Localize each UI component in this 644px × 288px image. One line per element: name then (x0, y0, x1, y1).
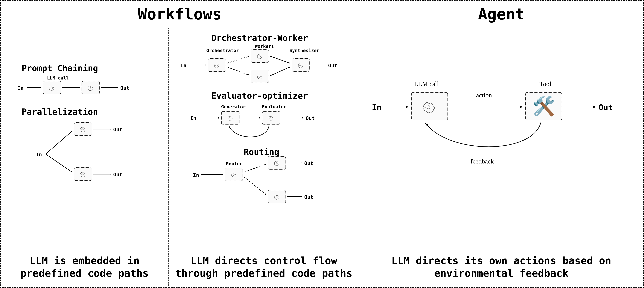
label-evaluator: Evaluator (262, 104, 286, 109)
tools-icon: 🛠️ (532, 97, 555, 115)
node-evaluator (262, 111, 280, 124)
label-action: action (476, 91, 492, 99)
title-prompt-chaining: Prompt Chaining (22, 63, 98, 73)
node-agent-tool: 🛠️ (526, 92, 562, 120)
brain-icon (267, 114, 276, 121)
label-synthesizer: Synthesizer (290, 48, 319, 53)
label-in-agent: In (372, 103, 381, 112)
arrows-agent (359, 28, 644, 246)
brain-icon (229, 171, 238, 178)
node-orchestrator (208, 58, 226, 72)
svg-line-3 (46, 131, 72, 154)
label-workers: Workers (255, 44, 274, 49)
svg-line-9 (270, 67, 290, 76)
label-in-pc: In (18, 85, 24, 91)
svg-line-20 (244, 177, 266, 195)
label-in-par: In (36, 152, 42, 157)
node-route-b (268, 190, 286, 203)
label-out-par1: Out (113, 127, 122, 132)
diagram-root: Workflows Agent Prompt Chaining LLM call… (0, 0, 644, 288)
brain-icon (226, 114, 235, 121)
title-orchestrator-worker: Orchestrator-Worker (211, 33, 308, 43)
label-out-ow: Out (328, 63, 337, 68)
svg-line-12 (227, 67, 249, 75)
node-pc-llm1 (43, 81, 61, 94)
arrows-parallelization (0, 28, 168, 246)
label-out-par2: Out (113, 172, 122, 177)
node-synthesizer (292, 58, 310, 72)
label-in-eo: In (190, 115, 196, 121)
label-out-pc: Out (120, 85, 130, 91)
label-tool: Tool (540, 80, 551, 88)
title-evaluator-optimizer: Evaluator-optimizer (211, 91, 308, 101)
brain-icon (78, 125, 88, 133)
label-out-rt2: Out (304, 194, 314, 200)
label-in-ow: In (180, 63, 186, 68)
node-pc-llm2 (82, 81, 100, 94)
header-agent: Agent (359, 0, 644, 28)
label-out-rt1: Out (304, 160, 314, 166)
brain-icon (296, 62, 306, 69)
node-par-llm2 (74, 167, 92, 181)
svg-line-19 (244, 164, 266, 172)
panel-workflows-dynamic: Orchestrator-Worker Orchestrator Workers… (169, 28, 359, 246)
footer-a: LLM is embedded in predefined code paths (0, 246, 169, 288)
label-orchestrator: Orchestrator (206, 48, 239, 53)
node-route-a (268, 156, 286, 170)
footer-b: LLM directs control flow through predefi… (169, 246, 359, 288)
node-router (225, 168, 243, 181)
brain-icon (255, 52, 264, 59)
brain-icon (78, 170, 88, 178)
brain-icon (86, 84, 96, 91)
node-worker2 (251, 70, 269, 83)
footer-row: LLM is embedded in predefined code paths… (0, 246, 644, 288)
brain-icon (255, 73, 264, 80)
brain-icon (47, 84, 57, 91)
panel-workflows-static: Prompt Chaining LLM call In Out Parallel… (0, 28, 169, 246)
label-out-eo: Out (306, 115, 315, 121)
svg-line-11 (227, 56, 249, 63)
label-router: Router (226, 161, 242, 166)
header-row: Workflows Agent (0, 0, 644, 28)
footer-c: LLM directs its own actions based on env… (359, 246, 644, 288)
node-par-llm1 (74, 122, 92, 136)
node-generator (221, 111, 240, 124)
header-workflows: Workflows (0, 0, 359, 28)
label-in-rt: In (193, 172, 199, 178)
label-llm-call-agent: LLM call (414, 80, 439, 88)
body-row: Prompt Chaining LLM call In Out Parallel… (0, 28, 644, 246)
node-agent-llm (411, 92, 448, 120)
label-out-agent: Out (599, 103, 613, 112)
svg-line-4 (46, 154, 72, 172)
panel-agent: LLM call Tool action feedback In Out 🛠️ (359, 28, 644, 246)
svg-line-8 (270, 56, 290, 63)
title-parallelization: Parallelization (22, 107, 98, 117)
brain-icon (419, 98, 440, 115)
brain-icon (212, 62, 222, 69)
arrows-prompt-chaining (0, 28, 168, 246)
node-worker1 (251, 49, 269, 63)
label-llm-call: LLM call (47, 75, 69, 81)
label-feedback: feedback (470, 158, 494, 165)
label-generator: Generator (221, 104, 246, 109)
brain-icon (272, 159, 282, 166)
brain-icon (272, 193, 282, 200)
title-routing: Routing (244, 147, 279, 157)
